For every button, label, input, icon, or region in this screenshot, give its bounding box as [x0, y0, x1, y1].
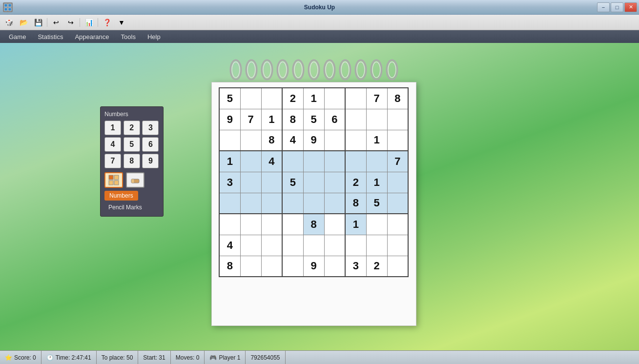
cell-1-8[interactable]	[387, 109, 408, 130]
cell-3-3[interactable]	[282, 151, 303, 172]
cell-5-5[interactable]	[324, 193, 345, 214]
cell-6-3[interactable]	[282, 214, 303, 235]
cell-2-8[interactable]	[387, 130, 408, 151]
cell-4-3[interactable]: 5	[282, 172, 303, 193]
cell-3-6[interactable]	[345, 151, 366, 172]
menu-tools[interactable]: Tools	[115, 32, 142, 42]
cell-3-4[interactable]	[303, 151, 324, 172]
toolbar-redo-icon[interactable]: ↪	[64, 17, 78, 28]
cell-3-2[interactable]: 4	[261, 151, 282, 172]
cell-6-5[interactable]	[324, 214, 345, 235]
menu-help[interactable]: Help	[142, 32, 166, 42]
cell-2-1[interactable]	[240, 130, 261, 151]
num-btn-3[interactable]: 3	[142, 121, 159, 135]
num-btn-1[interactable]: 1	[104, 121, 121, 135]
mode-numbers-btn[interactable]: Numbers	[104, 191, 138, 201]
cell-4-6[interactable]: 2	[345, 172, 366, 193]
cell-0-1[interactable]	[240, 88, 261, 109]
mode-pencil-btn[interactable]: Pencil Marks	[104, 202, 159, 212]
num-btn-2[interactable]: 2	[124, 121, 140, 135]
toolbar-undo-icon[interactable]: ↩	[49, 17, 63, 28]
cell-1-2[interactable]: 1	[261, 109, 282, 130]
cell-8-8[interactable]	[387, 256, 408, 277]
cell-5-6[interactable]: 8	[345, 193, 366, 214]
cell-0-7[interactable]: 7	[366, 88, 387, 109]
cell-1-0[interactable]: 9	[219, 109, 240, 130]
num-btn-8[interactable]: 8	[124, 154, 140, 168]
menu-appearance[interactable]: Appearance	[69, 32, 115, 42]
cell-8-6[interactable]: 3	[345, 256, 366, 277]
toolbar-help-icon[interactable]: ❓	[100, 17, 114, 28]
cell-5-4[interactable]	[303, 193, 324, 214]
grid-tool-btn[interactable]	[104, 172, 123, 188]
cell-6-6[interactable]: 1	[345, 214, 366, 235]
toolbar-chart-icon[interactable]: 📊	[82, 17, 96, 28]
cell-7-2[interactable]	[261, 235, 282, 256]
minimize-button[interactable]: −	[597, 2, 610, 12]
cell-4-2[interactable]	[261, 172, 282, 193]
cell-7-4[interactable]	[303, 235, 324, 256]
cell-3-8[interactable]: 7	[387, 151, 408, 172]
cell-0-4[interactable]: 1	[303, 88, 324, 109]
toolbar-save-icon[interactable]: 💾	[31, 17, 45, 28]
cell-4-1[interactable]	[240, 172, 261, 193]
sudoku-grid[interactable]: 5217897185684911473521858148932	[219, 87, 409, 277]
cell-7-8[interactable]	[387, 235, 408, 256]
num-btn-6[interactable]: 6	[142, 137, 159, 152]
cell-0-6[interactable]	[345, 88, 366, 109]
cell-3-1[interactable]	[240, 151, 261, 172]
cell-2-5[interactable]	[324, 130, 345, 151]
cell-8-1[interactable]	[240, 256, 261, 277]
cell-2-7[interactable]: 1	[366, 130, 387, 151]
cell-8-7[interactable]: 2	[366, 256, 387, 277]
cell-5-0[interactable]	[219, 193, 240, 214]
cell-6-4[interactable]: 8	[303, 214, 324, 235]
cell-6-8[interactable]	[387, 214, 408, 235]
cell-5-1[interactable]	[240, 193, 261, 214]
cell-1-5[interactable]: 6	[324, 109, 345, 130]
toolbar-open-icon[interactable]: 📂	[17, 17, 30, 28]
cell-6-0[interactable]	[219, 214, 240, 235]
maximize-button[interactable]: □	[611, 2, 623, 12]
cell-4-7[interactable]: 1	[366, 172, 387, 193]
num-btn-5[interactable]: 5	[124, 137, 140, 152]
cell-6-7[interactable]	[366, 214, 387, 235]
menu-statistics[interactable]: Statistics	[32, 32, 69, 42]
cell-1-4[interactable]: 5	[303, 109, 324, 130]
cell-2-3[interactable]: 4	[282, 130, 303, 151]
eraser-tool-btn[interactable]	[126, 172, 144, 188]
cell-4-0[interactable]: 3	[219, 172, 240, 193]
cell-7-7[interactable]	[366, 235, 387, 256]
toolbar-down-icon[interactable]: ▼	[115, 17, 128, 28]
cell-3-0[interactable]: 1	[219, 151, 240, 172]
cell-4-8[interactable]	[387, 172, 408, 193]
num-btn-4[interactable]: 4	[104, 137, 121, 152]
cell-6-2[interactable]	[261, 214, 282, 235]
cell-2-2[interactable]: 8	[261, 130, 282, 151]
cell-2-4[interactable]: 9	[303, 130, 324, 151]
cell-7-3[interactable]	[282, 235, 303, 256]
cell-4-5[interactable]	[324, 172, 345, 193]
cell-7-1[interactable]	[240, 235, 261, 256]
cell-0-2[interactable]	[261, 88, 282, 109]
cell-3-5[interactable]	[324, 151, 345, 172]
close-button[interactable]: ✕	[624, 2, 637, 12]
cell-7-5[interactable]	[324, 235, 345, 256]
cell-5-7[interactable]: 5	[366, 193, 387, 214]
cell-8-0[interactable]: 8	[219, 256, 240, 277]
cell-8-2[interactable]	[261, 256, 282, 277]
cell-8-3[interactable]	[282, 256, 303, 277]
cell-8-5[interactable]	[324, 256, 345, 277]
cell-0-8[interactable]: 8	[387, 88, 408, 109]
cell-1-3[interactable]: 8	[282, 109, 303, 130]
cell-5-2[interactable]	[261, 193, 282, 214]
toolbar-new-icon[interactable]: 🎲	[2, 17, 16, 28]
cell-7-0[interactable]: 4	[219, 235, 240, 256]
cell-5-3[interactable]	[282, 193, 303, 214]
cell-5-8[interactable]	[387, 193, 408, 214]
cell-0-3[interactable]: 2	[282, 88, 303, 109]
menu-game[interactable]: Game	[3, 32, 32, 42]
cell-2-6[interactable]	[345, 130, 366, 151]
cell-7-6[interactable]	[345, 235, 366, 256]
num-btn-9[interactable]: 9	[142, 154, 159, 168]
